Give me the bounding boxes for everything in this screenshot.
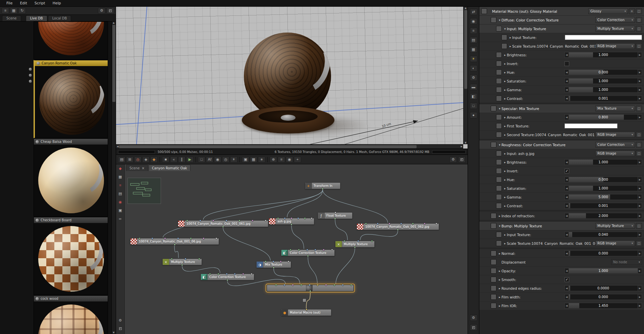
input-pin[interactable] [317,284,319,286]
material-item-cock-wood[interactable]: cock wood [34,295,108,334]
slider-increment-button[interactable]: ▶ [638,159,642,165]
node-minimap[interactable] [127,178,161,204]
material-thumbnail[interactable] [35,66,108,138]
expand-icon[interactable]: ▸ [503,88,507,92]
material-item-canyon-romatic-oak[interactable]: Canyon Romatic Oak [34,60,108,138]
input-pin[interactable] [280,261,282,263]
render-viewport[interactable]: 10 cm ▲ ▼ ◀ ▶ [116,7,468,149]
param-invert[interactable]: ▸Invert:✓ [479,167,644,175]
graph-tab-canyon-romatic-oak[interactable]: Canyon Romatic Oak [149,165,191,171]
slider-decrement-button[interactable]: ◀ [565,114,569,120]
pick-material-icon[interactable]: ◎ [134,157,142,163]
node-type-dropdown[interactable]: RGB Image▾ [595,240,635,246]
expand-icon[interactable]: ▸ [508,45,512,48]
slider-increment-button[interactable]: ▶ [638,203,642,209]
slider-decrement-button[interactable]: ◀ [565,177,569,182]
collapse-icon[interactable]: ▾ [498,143,501,147]
expand-icon[interactable]: ▸ [503,133,507,136]
checkbox[interactable]: ✓ [565,277,569,282]
output-pin[interactable] [290,223,292,225]
start-render-icon[interactable]: ▶ [186,157,194,163]
slider-track[interactable]: 1.000 [569,268,638,274]
imager-settings-icon[interactable]: ≡ [470,27,477,34]
slider-decrement-button[interactable]: ◀ [565,203,569,209]
input-pin[interactable] [234,273,236,275]
slider-track[interactable]: 5.000 [569,194,638,200]
val-param-icon[interactable] [496,177,502,182]
output-pin[interactable] [307,255,309,257]
input-pin[interactable] [314,249,316,251]
expand-icon[interactable]: ▸ [503,178,507,181]
input-pin[interactable] [272,261,274,263]
val-param-icon[interactable] [491,294,496,300]
material-thumbnail[interactable] [34,223,108,295]
node-link-icon[interactable]: ◫ [636,132,642,137]
daylight-icon[interactable]: ☀ [230,157,237,163]
node-img-061[interactable]: 10074_Canyon_Romatic_Oak_001_061.jpg [178,220,268,227]
slider-track[interactable]: 1.000 [569,185,638,191]
node-glossy-material[interactable]: Glossy Material [267,285,354,291]
slider-track[interactable]: 0.001 [569,203,638,209]
input-pin[interactable] [365,223,367,225]
slider-track[interactable]: 1.450 [569,303,638,309]
node-type-dropdown[interactable]: Mix Texture▾ [595,106,635,111]
node-mix-texture[interactable]: ◑Mix Texture [256,261,291,268]
param-contrast[interactable]: ▸Contrast:◀0.001▶ [479,94,644,103]
expand-icon[interactable]: ▸ [498,287,501,290]
output-pin[interactable] [226,279,228,281]
node-img-062[interactable]: 10074_Canyon_Romatic_Oak_001_062.jpg [357,223,439,230]
slider-track[interactable]: 0.800 [569,114,638,120]
slider-increment-button[interactable]: ▶ [638,185,642,191]
mix-param-icon[interactable] [491,106,496,111]
expand-icon[interactable]: ▸ [498,214,501,218]
clipboard-icon[interactable]: ≡ [278,157,285,163]
render-region-icon[interactable]: ▣ [242,157,249,163]
material-thumbnail[interactable] [34,145,108,216]
slider-track[interactable]: 0.000 [569,250,638,256]
slider-increment-button[interactable]: ▶ [638,114,642,120]
scroll-thumb[interactable] [464,10,467,89]
text-input[interactable] [565,123,618,128]
slider-track[interactable]: 2.000 [569,213,638,219]
node-transform-in[interactable]: +Transform In [305,182,340,189]
slider-track[interactable]: 0.000 [569,69,638,75]
input-pin[interactable] [184,258,186,260]
val-param-icon[interactable] [496,78,502,84]
expand-icon[interactable]: ▸ [503,152,507,155]
slider-increment-button[interactable]: ▶ [638,232,642,237]
param-invert[interactable]: ▸Invert: [479,59,644,68]
slider-decrement-button[interactable]: ◀ [565,232,569,237]
param-hue[interactable]: ▸Hue:◀0.000▶ [479,68,644,76]
expand-icon[interactable]: ▸ [503,233,507,236]
ab-compare-icon[interactable]: ⇄ [470,9,477,15]
graph-tab-scene[interactable]: Scene× [126,165,148,171]
input-pin[interactable] [164,237,166,239]
param-material-macro-out-glossy-material[interactable]: Material Macro (out): Glossy MaterialGlo… [479,7,644,15]
material-ball-icon[interactable] [29,80,32,83]
node-canvas[interactable]: +Transform In10074_Canyon_Romatic_Oak_00… [116,164,468,334]
input-pin[interactable] [190,237,192,239]
film-settings-icon[interactable]: ▬ [470,84,477,90]
input-pin[interactable] [171,258,173,260]
param-hue[interactable]: ▸Hue:◀0.000▶ [479,175,644,184]
devices-icon[interactable]: ● [470,112,477,118]
slider-track[interactable]: 1.000 [569,159,638,165]
slider-decrement-button[interactable]: ◀ [565,96,569,101]
param-displacement[interactable]: DisplacementNo node▾ [479,258,644,266]
image-icon[interactable]: ▣ [117,208,123,213]
param-saturation[interactable]: ▸Saturation:◀1.000▶ [479,77,644,85]
input-pin[interactable] [275,284,277,286]
cc-param-icon[interactable] [491,17,496,23]
browser-tab-live-db[interactable]: Live DB [26,15,47,21]
val-param-icon[interactable] [496,87,502,93]
input-pin[interactable] [323,249,325,251]
node-link-icon[interactable]: ◫ [636,17,642,23]
img-param-icon[interactable] [501,43,507,49]
expand-icon[interactable]: ▸ [503,79,507,83]
scroll-down-icon[interactable]: ▼ [113,331,114,334]
color-picker-icon[interactable]: + [294,157,301,163]
menu-edit[interactable]: Edit [16,0,31,6]
pick-focus-icon[interactable]: ◈ [142,157,150,163]
browser-tab-scene[interactable]: Scene [2,15,21,21]
input-pin[interactable] [306,249,308,251]
